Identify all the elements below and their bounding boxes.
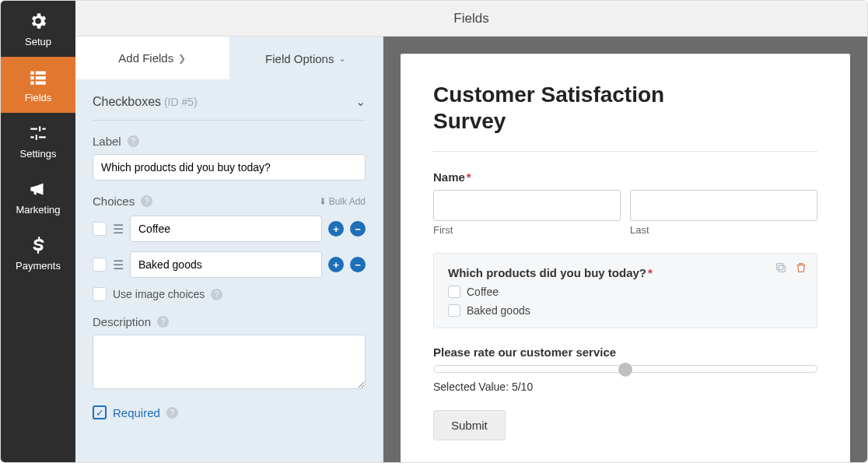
submit-button[interactable]: Submit [433, 410, 506, 440]
help-icon[interactable]: ? [211, 289, 222, 300]
add-choice-button[interactable]: + [328, 221, 344, 237]
sidebar-label: Settings [20, 148, 57, 160]
choice-default-checkbox[interactable] [93, 222, 107, 236]
dollar-icon [28, 235, 48, 255]
last-sublabel: Last [630, 224, 817, 236]
choice-default-checkbox[interactable] [93, 258, 107, 272]
image-choices-label: Use image choices [113, 288, 205, 300]
drag-handle-icon[interactable]: ☰ [113, 222, 124, 237]
remove-choice-button[interactable]: − [350, 257, 366, 272]
checkbox-icon[interactable] [448, 286, 460, 298]
image-choices-checkbox[interactable] [93, 287, 107, 301]
selected-checkbox-field[interactable]: Which products did you buy today?* Coffe… [433, 253, 817, 328]
field-type: Checkboxes [93, 95, 161, 108]
main-area: Fields Add Fields ❯ Field Options ⌄ [75, 1, 867, 462]
preview-pane: Customer Satisfaction Survey Name* First… [383, 37, 867, 462]
duplicate-icon[interactable] [775, 261, 787, 274]
tab-add-fields[interactable]: Add Fields ❯ [75, 37, 229, 80]
sidebar-item-marketing[interactable]: Marketing [1, 169, 75, 225]
bulk-add-label: Bulk Add [329, 196, 366, 207]
choices-header: Choices ? ⬇ Bulk Add [93, 195, 366, 208]
description-label: Description [93, 315, 151, 328]
choice-input[interactable] [130, 251, 322, 278]
sidebar-label: Setup [25, 36, 51, 47]
sidebar-label: Fields [25, 92, 52, 103]
sidebar-item-fields[interactable]: Fields [1, 57, 75, 113]
description-block: Description ? [93, 315, 366, 391]
slider-thumb[interactable] [618, 363, 632, 377]
label-row: Label ? [93, 135, 366, 148]
last-name-input[interactable] [630, 190, 817, 221]
form-title: Customer Satisfaction Survey [433, 82, 698, 134]
svg-rect-1 [777, 264, 783, 270]
label-text: Label [93, 135, 121, 148]
choice-input[interactable] [130, 216, 322, 242]
bullhorn-icon [28, 179, 48, 199]
help-icon[interactable]: ? [157, 316, 169, 328]
checkbox-option[interactable]: Coffee [448, 286, 803, 298]
first-name-input[interactable] [433, 190, 621, 221]
choice-row: ☰ + − [93, 251, 366, 278]
sidebar-label: Payments [16, 260, 61, 272]
form-preview: Customer Satisfaction Survey Name* First… [401, 54, 850, 462]
download-icon: ⬇ [319, 196, 327, 207]
checkbox-field-label: Which products did you buy today?* [448, 266, 803, 279]
slider-value-text: Selected Value: 5/10 [433, 381, 817, 393]
help-icon[interactable]: ? [128, 135, 139, 147]
trash-icon[interactable] [795, 261, 807, 274]
svg-rect-0 [779, 266, 785, 272]
sidebar-label: Marketing [16, 204, 60, 216]
chevron-down-icon: ⌄ [355, 94, 366, 109]
help-icon[interactable]: ? [166, 407, 178, 419]
checkbox-option[interactable]: Baked goods [448, 304, 803, 317]
body: Add Fields ❯ Field Options ⌄ Checkboxes … [75, 37, 867, 462]
page-header: Fields [75, 1, 867, 37]
description-textarea[interactable] [93, 335, 366, 389]
chevron-right-icon: ❯ [178, 53, 186, 64]
page-title: Fields [453, 11, 488, 26]
required-asterisk: * [467, 170, 471, 184]
tab-label: Add Fields [118, 51, 173, 65]
field-options-panel: Checkboxes (ID #5) ⌄ Label ? Choices ? [75, 80, 383, 462]
remove-choice-button[interactable]: − [350, 221, 366, 237]
section-header[interactable]: Checkboxes (ID #5) ⌄ [93, 94, 366, 121]
tab-field-options[interactable]: Field Options ⌄ [229, 37, 383, 80]
label-input[interactable] [93, 154, 366, 181]
add-choice-button[interactable]: + [328, 257, 344, 272]
list-icon [28, 67, 48, 87]
option-label: Coffee [467, 286, 499, 298]
required-row: ✓ Required ? [93, 405, 366, 419]
panel-tabs: Add Fields ❯ Field Options ⌄ [75, 37, 383, 80]
name-sublabels: First Last [433, 224, 817, 236]
field-id: (ID #5) [164, 96, 198, 108]
choice-row: ☰ + − [93, 216, 366, 242]
gear-icon [28, 11, 48, 31]
required-checkbox[interactable]: ✓ [93, 405, 107, 419]
required-label: Required [113, 406, 160, 419]
field-actions [775, 261, 807, 274]
sliders-icon [28, 123, 48, 143]
chevron-down-icon: ⌄ [338, 53, 346, 64]
tab-label: Field Options [265, 52, 334, 65]
help-icon[interactable]: ? [141, 195, 152, 207]
first-sublabel: First [433, 224, 621, 236]
sidebar-item-settings[interactable]: Settings [1, 113, 75, 169]
required-asterisk: * [648, 266, 653, 279]
app-root: Setup Fields Settings Marketing Payments… [0, 0, 868, 463]
main-sidebar: Setup Fields Settings Marketing Payments [1, 1, 75, 462]
checkbox-icon[interactable] [448, 304, 460, 317]
slider-field-label: Please rate our customer service [433, 345, 817, 359]
option-label: Baked goods [467, 304, 530, 317]
drag-handle-icon[interactable]: ☰ [113, 258, 124, 272]
choices-label: Choices [93, 195, 135, 208]
rating-slider[interactable] [433, 365, 817, 373]
name-inputs [433, 190, 817, 221]
name-field-label: Name* [433, 170, 817, 184]
left-panel: Add Fields ❯ Field Options ⌄ Checkboxes … [75, 37, 383, 462]
bulk-add-button[interactable]: ⬇ Bulk Add [319, 196, 366, 207]
divider [433, 151, 817, 152]
sidebar-item-setup[interactable]: Setup [1, 1, 75, 57]
sidebar-item-payments[interactable]: Payments [1, 225, 75, 281]
image-choices-row: Use image choices ? [93, 287, 366, 301]
